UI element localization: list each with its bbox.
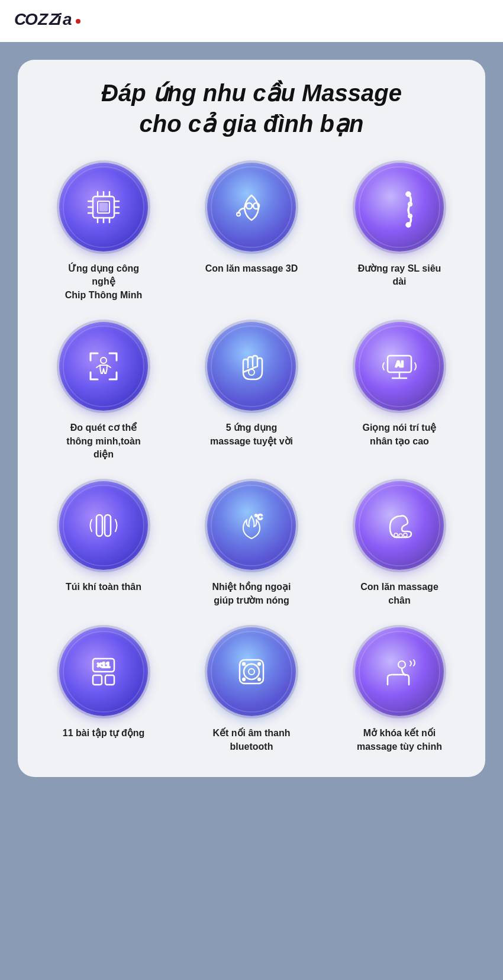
svg-point-22 — [253, 203, 259, 209]
feature-sl-track: Đường ray SL siêu dài — [331, 160, 467, 302]
body-scan-label: Đo quét cơ thể thông minh,toàn diện — [56, 421, 151, 461]
airbag-icon-circle — [59, 481, 148, 570]
custom-label: Mở khóa kết nối massage tùy chinh — [357, 727, 442, 753]
feature-foot-roller: Con lăn massage chân — [331, 479, 467, 607]
svg-rect-20 — [100, 204, 107, 211]
svg-point-24 — [407, 192, 411, 196]
fire-icon: °C — [228, 502, 275, 549]
feature-5apps: 5 ứng dụng massage tuyệt vời — [183, 320, 320, 461]
roller3d-icon-circle — [207, 163, 296, 252]
5apps-label: 5 ứng dụng massage tuyệt vời — [210, 421, 293, 448]
svg-point-38 — [399, 534, 402, 537]
feature-infrared: °C Nhiệt hồng ngoại giúp trườm nóng — [183, 479, 320, 607]
svg-point-29 — [249, 369, 254, 375]
feature-11programs: ×11 11 bài tập tự động — [36, 625, 172, 753]
bluetooth-icon-circle — [207, 627, 296, 716]
chip-icon-circle — [59, 163, 148, 252]
svg-point-5 — [76, 19, 80, 24]
svg-rect-42 — [93, 675, 102, 685]
feature-custom: Mở khóa kết nối massage tùy chinh — [331, 625, 467, 753]
svg-point-50 — [258, 678, 260, 681]
svg-point-21 — [246, 203, 252, 209]
page-title: Đáp ứng nhu cầu Massage cho cả gia đình … — [101, 78, 402, 139]
svg-point-37 — [394, 533, 398, 537]
main-card: Đáp ứng nhu cầu Massage cho cả gia đình … — [18, 60, 485, 777]
roller3d-label: Con lăn massage 3D — [205, 262, 298, 275]
airbag-label: Túi khí toàn thân — [66, 581, 141, 594]
svg-point-27 — [407, 223, 411, 227]
svg-point-26 — [408, 214, 412, 218]
svg-rect-34 — [96, 515, 102, 536]
ai-voice-label: Giọng nói trí tuệ nhân tạo cao — [363, 421, 437, 448]
svg-point-23 — [237, 212, 240, 216]
ai-icon: AI — [376, 343, 423, 390]
body-scan-icon-circle — [59, 322, 148, 411]
feature-body-scan: Đo quét cơ thể thông minh,toàn diện — [36, 320, 172, 461]
svg-point-48 — [258, 663, 260, 665]
feature-ai-voice: AI Giọng nói trí tuệ nhân tạo cao — [331, 320, 467, 461]
svg-point-25 — [408, 202, 412, 206]
svg-point-28 — [101, 357, 107, 363]
svg-rect-7 — [98, 201, 109, 213]
svg-rect-44 — [240, 660, 263, 684]
bluetooth-label: Kết nối âm thanh bluetooth — [212, 727, 290, 753]
feature-roller3d: Con lăn massage 3D — [183, 160, 320, 302]
brand-logo: C O ZZ i a — [14, 8, 91, 34]
foot-icon — [376, 502, 423, 549]
feature-chip: Ứng dụng công nghệ Chip Thông Minh — [36, 160, 172, 302]
svg-rect-30 — [388, 356, 411, 372]
svg-text:°C: °C — [254, 513, 263, 521]
svg-text:×11: ×11 — [97, 660, 110, 669]
roller3d-icon — [228, 183, 275, 231]
custom-icon-circle — [355, 627, 444, 716]
chip-label: Ứng dụng công nghệ Chip Thông Minh — [56, 262, 151, 302]
foot-roller-icon-circle — [355, 481, 444, 570]
ai-voice-icon-circle: AI — [355, 322, 444, 411]
svg-text:a: a — [63, 10, 73, 28]
top-bar: C O ZZ i a — [0, 0, 503, 42]
5apps-icon-circle — [207, 322, 296, 411]
foot-roller-label: Con lăn massage chân — [352, 581, 447, 607]
feature-airbag: Túi khí toàn thân — [36, 479, 172, 607]
svg-text:O: O — [25, 10, 39, 28]
hand-icon — [228, 343, 275, 390]
custom-icon — [376, 648, 423, 695]
svg-point-51 — [398, 661, 405, 668]
svg-rect-35 — [105, 515, 111, 536]
feature-bluetooth: Kết nối âm thanh bluetooth — [183, 625, 320, 753]
svg-rect-43 — [105, 675, 114, 685]
body-scan-icon — [80, 343, 127, 390]
infrared-label: Nhiệt hồng ngoại giúp trườm nóng — [212, 581, 291, 607]
sl-track-icon — [376, 183, 423, 231]
programs-icon: ×11 — [80, 648, 127, 695]
svg-rect-6 — [93, 196, 114, 218]
svg-point-46 — [249, 669, 254, 675]
infrared-icon-circle: °C — [207, 481, 296, 570]
svg-point-45 — [244, 664, 259, 679]
svg-text:AI: AI — [395, 359, 404, 369]
svg-text:i: i — [57, 10, 63, 28]
11programs-label: 11 bài tập tự động — [63, 727, 144, 740]
11programs-icon-circle: ×11 — [59, 627, 148, 716]
sl-track-label: Đường ray SL siêu dài — [352, 262, 447, 289]
sl-track-icon-circle — [355, 163, 444, 252]
svg-rect-40 — [93, 659, 114, 672]
features-grid: Ứng dụng công nghệ Chip Thông Minh — [36, 160, 467, 753]
svg-point-49 — [243, 678, 245, 681]
speaker-icon — [228, 648, 275, 695]
svg-point-39 — [404, 533, 407, 537]
svg-point-47 — [243, 663, 245, 665]
airbag-icon — [80, 502, 127, 549]
chip-icon — [80, 183, 127, 231]
